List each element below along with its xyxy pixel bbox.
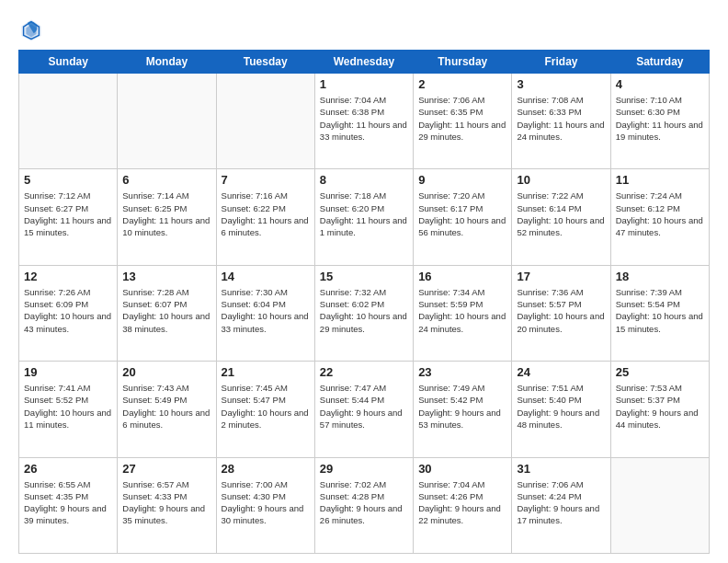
calendar-cell: 28Sunrise: 7:00 AMSunset: 4:30 PMDayligh… [216,457,314,553]
calendar-cell: 12Sunrise: 7:26 AMSunset: 6:09 PMDayligh… [19,265,118,361]
day-detail: Sunrise: 7:47 AMSunset: 5:44 PMDaylight:… [320,382,408,431]
day-detail: Sunrise: 7:24 AMSunset: 6:12 PMDaylight:… [616,190,704,238]
day-detail: Sunrise: 7:14 AMSunset: 6:25 PMDaylight:… [122,190,210,238]
day-number: 6 [122,173,210,187]
calendar-cell: 31Sunrise: 7:06 AMSunset: 4:24 PMDayligh… [512,457,610,553]
day-detail: Sunrise: 7:04 AMSunset: 6:38 PMDaylight:… [320,94,408,143]
day-number: 25 [616,365,704,379]
day-detail: Sunrise: 7:49 AMSunset: 5:42 PMDaylight:… [418,382,506,431]
calendar-cell: 2Sunrise: 7:06 AMSunset: 6:35 PMDaylight… [414,74,512,169]
day-number: 10 [517,173,605,187]
day-number: 24 [517,365,605,379]
day-detail: Sunrise: 7:36 AMSunset: 5:57 PMDaylight:… [517,286,605,335]
calendar-cell: 23Sunrise: 7:49 AMSunset: 5:42 PMDayligh… [414,362,512,457]
calendar-cell: 9Sunrise: 7:20 AMSunset: 6:17 PMDaylight… [414,169,512,265]
day-number: 5 [24,173,112,187]
calendar-cell: 8Sunrise: 7:18 AMSunset: 6:20 PMDaylight… [314,169,413,265]
day-detail: Sunrise: 7:18 AMSunset: 6:20 PMDaylight:… [320,190,408,238]
day-number: 22 [320,365,408,379]
page: SundayMondayTuesdayWednesdayThursdayFrid… [0,0,728,563]
day-detail: Sunrise: 7:16 AMSunset: 6:22 PMDaylight:… [222,190,310,238]
calendar-cell: 26Sunrise: 6:55 AMSunset: 4:35 PMDayligh… [19,457,118,553]
day-detail: Sunrise: 7:30 AMSunset: 6:04 PMDaylight:… [222,286,310,335]
calendar-cell: 1Sunrise: 7:04 AMSunset: 6:38 PMDaylight… [314,74,413,169]
day-detail: Sunrise: 7:34 AMSunset: 5:59 PMDaylight:… [418,286,506,335]
day-number: 29 [320,462,408,476]
calendar-cell: 11Sunrise: 7:24 AMSunset: 6:12 PMDayligh… [610,169,709,265]
day-detail: Sunrise: 7:51 AMSunset: 5:40 PMDaylight:… [517,382,605,431]
day-number: 4 [616,77,704,91]
day-number: 11 [616,173,704,187]
dow-header-friday: Friday [512,51,610,74]
day-number: 9 [418,173,506,187]
day-detail: Sunrise: 7:02 AMSunset: 4:28 PMDaylight:… [320,478,408,527]
day-detail: Sunrise: 7:06 AMSunset: 4:24 PMDaylight:… [517,478,605,527]
dow-header-wednesday: Wednesday [314,51,413,74]
day-detail: Sunrise: 7:12 AMSunset: 6:27 PMDaylight:… [24,190,112,238]
calendar-cell: 5Sunrise: 7:12 AMSunset: 6:27 PMDaylight… [19,169,118,265]
day-number: 17 [517,270,605,283]
day-detail: Sunrise: 7:04 AMSunset: 4:26 PMDaylight:… [418,478,506,527]
day-detail: Sunrise: 6:57 AMSunset: 4:33 PMDaylight:… [122,478,210,527]
day-detail: Sunrise: 7:00 AMSunset: 4:30 PMDaylight:… [222,478,310,527]
dow-header-thursday: Thursday [414,51,512,74]
calendar-cell: 10Sunrise: 7:22 AMSunset: 6:14 PMDayligh… [512,169,610,265]
day-number: 27 [122,462,210,476]
calendar-cell: 7Sunrise: 7:16 AMSunset: 6:22 PMDaylight… [216,169,314,265]
day-number: 28 [222,462,310,476]
day-detail: Sunrise: 7:20 AMSunset: 6:17 PMDaylight:… [418,190,506,238]
day-detail: Sunrise: 7:43 AMSunset: 5:49 PMDaylight:… [122,382,210,431]
day-number: 13 [122,270,210,283]
day-number: 2 [418,77,506,91]
day-detail: Sunrise: 7:08 AMSunset: 6:33 PMDaylight:… [517,94,605,143]
day-number: 21 [222,365,310,379]
calendar-cell: 24Sunrise: 7:51 AMSunset: 5:40 PMDayligh… [512,362,610,457]
day-number: 18 [616,270,704,283]
calendar-cell: 21Sunrise: 7:45 AMSunset: 5:47 PMDayligh… [216,362,314,457]
calendar-cell [610,457,709,553]
calendar-cell: 20Sunrise: 7:43 AMSunset: 5:49 PMDayligh… [118,362,216,457]
calendar-cell: 16Sunrise: 7:34 AMSunset: 5:59 PMDayligh… [414,265,512,361]
calendar-cell: 30Sunrise: 7:04 AMSunset: 4:26 PMDayligh… [414,457,512,553]
day-detail: Sunrise: 7:22 AMSunset: 6:14 PMDaylight:… [517,190,605,238]
logo [18,17,46,42]
day-number: 30 [418,462,506,476]
calendar-cell: 18Sunrise: 7:39 AMSunset: 5:54 PMDayligh… [610,265,709,361]
calendar-cell: 6Sunrise: 7:14 AMSunset: 6:25 PMDaylight… [118,169,216,265]
calendar-cell: 3Sunrise: 7:08 AMSunset: 6:33 PMDaylight… [512,74,610,169]
calendar-cell: 13Sunrise: 7:28 AMSunset: 6:07 PMDayligh… [118,265,216,361]
day-number: 14 [222,270,310,283]
calendar-cell: 25Sunrise: 7:53 AMSunset: 5:37 PMDayligh… [610,362,709,457]
calendar-cell: 22Sunrise: 7:47 AMSunset: 5:44 PMDayligh… [314,362,413,457]
day-number: 15 [320,270,408,283]
day-number: 1 [320,77,408,91]
dow-header-saturday: Saturday [610,51,709,74]
day-number: 12 [24,270,112,283]
logo-icon [18,17,44,42]
day-detail: Sunrise: 7:32 AMSunset: 6:02 PMDaylight:… [320,286,408,335]
calendar-cell [19,74,118,169]
day-detail: Sunrise: 7:39 AMSunset: 5:54 PMDaylight:… [616,286,704,335]
day-number: 8 [320,173,408,187]
dow-header-sunday: Sunday [19,51,118,74]
day-detail: Sunrise: 6:55 AMSunset: 4:35 PMDaylight:… [24,478,112,527]
day-number: 26 [24,462,112,476]
day-detail: Sunrise: 7:26 AMSunset: 6:09 PMDaylight:… [24,286,112,335]
day-number: 19 [24,365,112,379]
day-number: 20 [122,365,210,379]
day-detail: Sunrise: 7:28 AMSunset: 6:07 PMDaylight:… [122,286,210,335]
calendar-cell: 15Sunrise: 7:32 AMSunset: 6:02 PMDayligh… [314,265,413,361]
calendar-cell: 29Sunrise: 7:02 AMSunset: 4:28 PMDayligh… [314,457,413,553]
calendar-cell [118,74,216,169]
header [18,17,710,42]
calendar-cell: 14Sunrise: 7:30 AMSunset: 6:04 PMDayligh… [216,265,314,361]
calendar-cell: 19Sunrise: 7:41 AMSunset: 5:52 PMDayligh… [19,362,118,457]
day-number: 31 [517,462,605,476]
day-detail: Sunrise: 7:10 AMSunset: 6:30 PMDaylight:… [616,94,704,143]
day-detail: Sunrise: 7:06 AMSunset: 6:35 PMDaylight:… [418,94,506,143]
day-number: 16 [418,270,506,283]
dow-header-monday: Monday [118,51,216,74]
day-number: 7 [222,173,310,187]
calendar-cell: 4Sunrise: 7:10 AMSunset: 6:30 PMDaylight… [610,74,709,169]
calendar-cell: 17Sunrise: 7:36 AMSunset: 5:57 PMDayligh… [512,265,610,361]
